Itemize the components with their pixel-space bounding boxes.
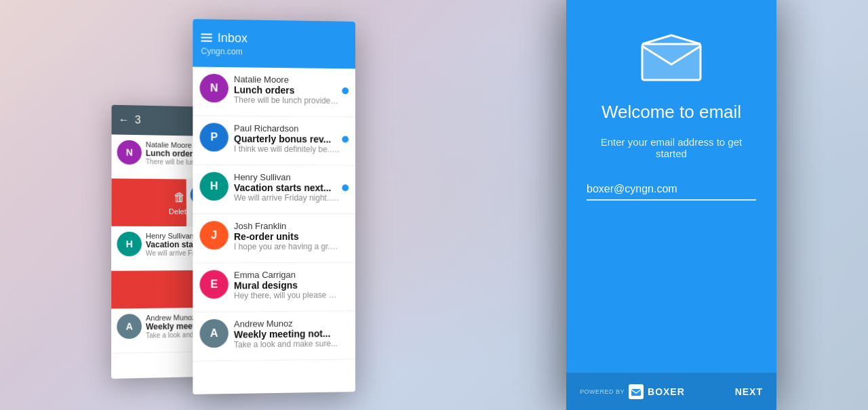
unread-dot-mid-4 [342,233,349,240]
sender-mid-1: Natalie Moore [234,74,340,85]
preview-mid-2: I think we will definitely be... solid b… [234,144,340,155]
preview-mid-1: There will be lunch provide... tomorrow.… [234,95,340,105]
unread-dot-mid-5 [342,281,349,288]
sender-mid-6: Andrew Munoz [234,318,340,329]
email-input-container[interactable] [587,183,756,201]
email-item-mid-3[interactable]: H Henry Sullivan Vacation starts next...… [193,165,355,215]
avatar-henry-back: H [117,232,141,256]
inbox-header: Inbox Cyngn.com [193,19,355,68]
welcome-title: Welcome to email [601,102,741,123]
scene: ← 3 🗑 📥 N Natalie Moore Lunch orders The… [0,0,868,410]
welcome-footer: POWERED BY BOXER NEXT [566,373,776,410]
avatar-emma-mid: E [199,270,228,298]
unread-dot-mid-6 [342,330,349,337]
subject-mid-1: Lunch orders [234,84,340,96]
email-item-mid-4[interactable]: J Josh Franklin Re-order units I hope yo… [193,214,355,264]
avatar-natalie-back: N [117,140,142,165]
subject-mid-5: Mural designs [234,279,340,291]
panel-mid: Inbox Cyngn.com N Natalie Moore Lunch or… [193,19,355,394]
sender-mid-5: Emma Carrigan [234,269,340,280]
back-arrow-icon[interactable]: ← [119,114,130,126]
powered-by-section: POWERED BY BOXER [580,384,685,399]
subject-mid-4: Re-order units [234,231,340,242]
inbox-subtitle: Cyngn.com [201,46,347,58]
email-item-mid-1[interactable]: N Natalie Moore Lunch orders There will … [193,67,355,117]
unread-dot-mid-2 [342,136,349,143]
unread-dot-mid-1 [342,87,349,94]
preview-mid-5: Hey there, will you please s... design f… [234,290,340,300]
welcome-body: Welcome to email Enter your email addres… [566,0,776,373]
hamburger-menu-icon[interactable] [201,33,212,41]
next-button[interactable]: NEXT [735,386,763,397]
panel-front: Welcome to email Enter your email addres… [566,0,776,410]
svg-rect-1 [631,389,641,396]
subject-mid-2: Quarterly bonus rev... [234,134,340,145]
email-input[interactable] [587,183,756,195]
avatar-henry-mid: H [199,172,228,201]
email-item-mid-6[interactable]: A Andrew Munoz Weekly meeting not... Tak… [193,311,355,362]
envelope-icon [641,34,702,81]
welcome-subtitle: Enter your email address to get started [587,136,756,159]
preview-mid-3: We will arrive Friday night... there ayt… [234,193,340,203]
avatar-paul-mid: P [199,123,228,151]
svg-rect-0 [642,44,701,80]
avatar-andrew-mid: A [199,319,228,348]
email-item-mid-5[interactable]: E Emma Carrigan Mural designs Hey there,… [193,262,355,312]
preview-mid-6: Take a look and make sure... [234,339,340,350]
avatar-natalie-mid: N [199,74,228,103]
swipe-delete-icon: 🗑 [174,190,186,205]
subject-mid-3: Vacation starts next... [234,182,340,193]
email-item-mid-2[interactable]: P Paul Richardson Quarterly bonus rev...… [193,116,355,165]
sender-mid-4: Josh Franklin [234,221,340,231]
avatar-josh-mid: J [199,221,228,249]
avatar-andrew-back: A [117,314,142,339]
inbox-title: Inbox [218,30,248,45]
unread-dot-mid-3 [342,184,349,191]
preview-mid-4: I hope you are having a gr... received y… [234,242,340,252]
powered-by-text: POWERED BY [580,388,625,395]
boxer-brand-text: BOXER [648,386,685,397]
subject-mid-6: Weekly meeting not... [234,328,340,340]
sender-mid-2: Paul Richardson [234,123,340,134]
boxer-logo-icon [629,384,644,399]
sender-mid-3: Henry Sullivan [234,172,340,182]
